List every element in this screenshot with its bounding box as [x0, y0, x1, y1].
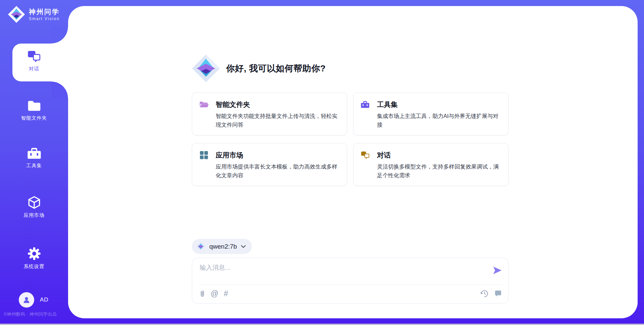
- card-description: 灵活切换多模型文件，支持多样回复效果调试，满足个性化需求: [377, 162, 502, 180]
- hero-greeting-block: 你好, 我可以如何帮助你?: [191, 54, 326, 83]
- user-account[interactable]: AD: [19, 292, 49, 308]
- tab-fillet-top: [51, 27, 68, 44]
- sidebar-item-settings[interactable]: 系统设置: [0, 247, 68, 270]
- model-selector[interactable]: qwen2:7b: [192, 239, 252, 254]
- card-chat[interactable]: 对话 灵活切换多模型文件，支持多样回复效果调试，满足个性化需求: [353, 143, 508, 186]
- cube-icon: [27, 196, 42, 209]
- card-smart-folder[interactable]: 智能文件夹 智能文件夹功能支持批量文件上传与清洗，轻松实现文件问答: [192, 92, 347, 135]
- card-title: 对话: [377, 150, 391, 160]
- card-description: 应用市场提供丰富长文本模板，助力高效生成多样化文章内容: [216, 162, 341, 180]
- paperclip-icon: [199, 289, 205, 298]
- message-input[interactable]: [199, 263, 485, 280]
- chat-bubble-icon: [494, 290, 502, 297]
- brand-logo: 神州问学 Smart Vision: [7, 5, 60, 23]
- history-button[interactable]: [480, 289, 489, 298]
- sidebar-item-toolset[interactable]: 工具集: [0, 147, 68, 169]
- composer-toolbar: @ #: [199, 288, 502, 299]
- briefcase-icon: [360, 100, 371, 109]
- card-description: 集成市场上主流工具，助力AI与外界无缝扩展与对接: [377, 112, 502, 129]
- greeting-title: 你好, 我可以如何帮助你?: [226, 63, 326, 74]
- folder-open-icon: [198, 100, 209, 109]
- model-diamond-icon: [196, 242, 205, 251]
- mention-button[interactable]: @: [211, 290, 218, 298]
- sidebar-item-smart-folder[interactable]: 智能文件夹: [0, 100, 68, 121]
- app-grid-icon: [198, 150, 209, 160]
- send-plane-icon: [492, 265, 502, 275]
- message-composer: @ #: [192, 258, 508, 304]
- send-button[interactable]: [492, 265, 502, 275]
- tab-fillet-bottom: [51, 81, 68, 98]
- sidebar-item-label: 智能文件夹: [21, 115, 47, 121]
- gear-icon: [27, 247, 41, 261]
- feature-cards-grid: 智能文件夹 智能文件夹功能支持批量文件上传与清洗，轻松实现文件问答 工具集 集成…: [192, 92, 508, 186]
- hero-diamond-icon: [191, 54, 221, 83]
- attachment-button[interactable]: [199, 289, 205, 298]
- card-description: 智能文件夹功能支持批量文件上传与清洗，轻松实现文件问答: [216, 112, 341, 129]
- sidebar-item-label: 应用市场: [24, 212, 45, 218]
- sidebar-item-chat[interactable]: 对话: [0, 50, 68, 72]
- sidebar-item-label: 对话: [29, 66, 39, 72]
- card-title: 应用市场: [216, 150, 243, 160]
- folder-icon: [27, 100, 42, 112]
- model-name: qwen2:7b: [209, 243, 237, 250]
- feedback-button[interactable]: [494, 290, 502, 297]
- brand-diamond-icon: [7, 5, 25, 23]
- card-app-market[interactable]: 应用市场 应用市场提供丰富长文本模板，助力高效生成多样化文章内容: [192, 143, 347, 186]
- sidebar-item-app-market[interactable]: 应用市场: [0, 196, 68, 218]
- card-toolset[interactable]: 工具集 集成市场上主流工具，助力AI与外界无缝扩展与对接: [353, 92, 508, 135]
- card-title: 智能文件夹: [216, 100, 250, 109]
- sidebar-item-label: 工具集: [26, 162, 42, 169]
- card-title: 工具集: [377, 100, 398, 109]
- chat-bubbles-icon: [360, 150, 371, 160]
- window-bottom-edge: [0, 324, 644, 325]
- composer-divider: [198, 284, 502, 285]
- hashtag-button[interactable]: #: [224, 290, 228, 298]
- brand-name: 神州问学: [29, 8, 60, 16]
- user-name: AD: [40, 297, 49, 303]
- copyright-footer: ©神州数码 · 神州问学出品: [4, 311, 57, 317]
- chat-bubbles-icon: [27, 50, 41, 63]
- person-icon: [22, 296, 31, 304]
- history-clock-icon: [480, 289, 489, 298]
- brand-subtitle: Smart Vision: [29, 16, 60, 21]
- chevron-down-icon: [241, 245, 246, 248]
- avatar: [19, 292, 34, 308]
- sidebar-item-label: 系统设置: [24, 263, 45, 270]
- toolbox-icon: [27, 147, 42, 160]
